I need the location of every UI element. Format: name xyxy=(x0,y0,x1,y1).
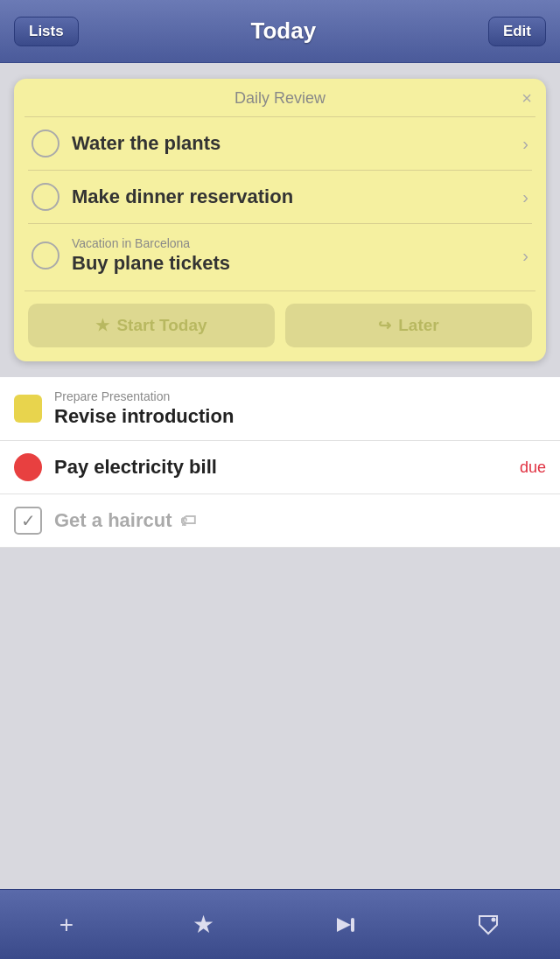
forward-button[interactable] xyxy=(316,904,375,946)
header: Lists Today Edit xyxy=(0,0,560,63)
svg-marker-0 xyxy=(337,918,351,932)
svg-rect-1 xyxy=(351,918,354,932)
chevron-right-icon: › xyxy=(522,134,528,154)
daily-review-card: Daily Review × Water the plants › Make d… xyxy=(14,79,546,361)
task-circle xyxy=(32,242,60,270)
tag-icon: 🏷 xyxy=(180,512,196,530)
daily-review-title: Daily Review xyxy=(234,89,326,108)
list-item-main: Revise introduction xyxy=(54,405,546,428)
close-button[interactable]: × xyxy=(522,89,532,107)
color-indicator xyxy=(14,395,42,423)
task-circle xyxy=(32,130,60,158)
main-content: Daily Review × Water the plants › Make d… xyxy=(0,63,560,889)
card-header: Daily Review × xyxy=(28,89,532,116)
card-task-row[interactable]: Water the plants › xyxy=(28,117,532,171)
list-item[interactable]: ✓ Get a haircut 🏷 xyxy=(0,494,560,548)
bottom-toolbar: + ★ xyxy=(0,889,560,959)
lists-button[interactable]: Lists xyxy=(14,17,79,46)
tag-button[interactable] xyxy=(458,904,518,946)
star-button[interactable]: ★ xyxy=(175,901,232,948)
task-main-label: Buy plane tickets xyxy=(72,252,515,275)
later-label: Later xyxy=(398,316,438,335)
svg-point-2 xyxy=(492,917,496,921)
chevron-right-icon: › xyxy=(522,187,528,207)
forward-icon: ↪ xyxy=(378,316,391,335)
start-today-button[interactable]: ★ Start Today xyxy=(28,304,275,347)
task-subtitle: Vacation in Barcelona xyxy=(72,236,515,250)
list-item-text-group: Prepare Presentation Revise introduction xyxy=(54,389,546,428)
task-text-group: Vacation in Barcelona Buy plane tickets xyxy=(72,236,515,275)
checkmark-icon: ✓ xyxy=(21,510,36,531)
list-item-subtitle: Prepare Presentation xyxy=(54,389,546,403)
checked-item-label: Get a haircut 🏷 xyxy=(54,509,546,532)
card-divider-bottom xyxy=(24,290,536,291)
chevron-right-icon: › xyxy=(522,246,528,266)
due-badge: due xyxy=(520,458,546,477)
card-task-row[interactable]: Make dinner reservation › xyxy=(28,171,532,224)
checkbox[interactable]: ✓ xyxy=(14,507,42,535)
color-indicator xyxy=(14,453,42,481)
edit-button[interactable]: Edit xyxy=(488,17,546,46)
checked-task-text: Get a haircut xyxy=(54,509,172,532)
star-icon: ★ xyxy=(95,316,109,335)
page-title: Today xyxy=(250,18,316,45)
task-label: Make dinner reservation xyxy=(72,186,515,208)
list-item-main: Pay electricity bill xyxy=(54,456,520,479)
list-item[interactable]: Pay electricity bill due xyxy=(0,441,560,494)
later-button[interactable]: ↪ Later xyxy=(285,304,532,347)
list-item-text-group: Pay electricity bill xyxy=(54,456,520,479)
task-label: Water the plants xyxy=(72,132,515,155)
list-item[interactable]: Prepare Presentation Revise introduction xyxy=(0,377,560,441)
add-button[interactable]: + xyxy=(42,902,91,948)
card-actions: ★ Start Today ↪ Later xyxy=(28,304,532,347)
task-circle xyxy=(32,183,60,211)
card-task-row[interactable]: Vacation in Barcelona Buy plane tickets … xyxy=(28,224,532,287)
start-today-label: Start Today xyxy=(116,316,206,335)
